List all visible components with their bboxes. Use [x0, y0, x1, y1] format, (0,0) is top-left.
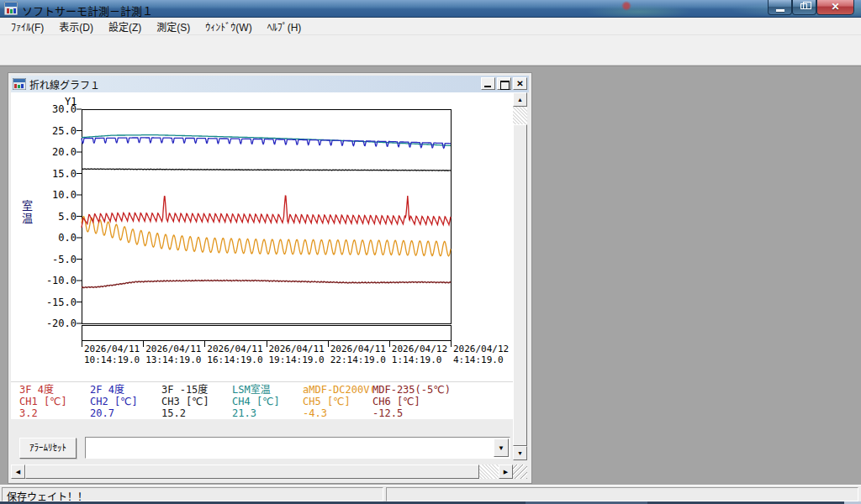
- close-button[interactable]: ✕: [816, 0, 854, 15]
- series-CH4 LSM室温: [82, 135, 451, 146]
- child-caption-buttons: ✕: [479, 77, 527, 90]
- resize-grip[interactable]: [513, 465, 527, 479]
- channel-value: -4.3: [303, 407, 372, 419]
- y-tick-30.0: 30.0: [28, 103, 77, 115]
- x-tick-mark: [267, 341, 267, 347]
- alarm-band: [82, 325, 452, 341]
- mdi-client-area: 折れ線グラフ１ ✕ Y1 室温 30.025.020.015.010.05.00…: [0, 66, 861, 485]
- child-maximize-button[interactable]: [497, 77, 511, 90]
- status-panel-2: [386, 487, 858, 501]
- channel-name: CH5 [℃]: [303, 396, 372, 407]
- line-chart: [82, 109, 452, 324]
- vertical-scrollbar[interactable]: ▲ ▼: [513, 92, 527, 460]
- y-tick--5.0: -5.0: [28, 254, 77, 265]
- menu-item-2[interactable]: 設定(Z): [101, 18, 149, 35]
- restore-icon: [800, 3, 807, 9]
- x-tick-label: 2026/04/1113:14:19.0: [145, 344, 201, 365]
- v-scroll-track[interactable]: [513, 107, 527, 124]
- series-CH6 MDF-235(-5℃): [82, 280, 451, 287]
- y-tick--15.0: -15.0: [28, 297, 77, 308]
- child-title: 折れ線グラフ１: [29, 77, 100, 92]
- chevron-down-icon[interactable]: ▼: [494, 438, 509, 457]
- alarm-combobox[interactable]: ▼: [85, 437, 510, 459]
- menubar: ﾌｧｲﾙ(F)表示(D)設定(Z)測定(S)ｳｨﾝﾄﾞｳ(W)ﾍﾙﾌﾟ(H): [0, 18, 861, 35]
- x-tick-label: 2026/04/1119:14:19.0: [269, 344, 325, 365]
- menu-item-0[interactable]: ﾌｧｲﾙ(F): [3, 18, 51, 35]
- minimize-button[interactable]: [768, 0, 792, 15]
- caption-buttons: ✕: [768, 0, 854, 15]
- x-tick-mark: [204, 341, 205, 347]
- x-tick-mark: [451, 341, 452, 347]
- y-tick-5.0: 5.0: [28, 211, 77, 223]
- menu-item-5[interactable]: ﾍﾙﾌﾟ(H): [260, 18, 309, 35]
- y-tick-20.0: 20.0: [28, 146, 77, 158]
- child-titlebar[interactable]: 折れ線グラフ１ ✕: [11, 76, 529, 92]
- control-row: ｱﾗｰﾑﾘｾｯﾄ ▼: [11, 419, 513, 465]
- x-tick-mark: [82, 341, 82, 347]
- legend-channel-6: MDF-235(-5℃)CH6 [℃]-12.5: [372, 384, 507, 419]
- scroll-left-icon[interactable]: ◀: [11, 465, 25, 479]
- channel-label: MDF-235(-5℃): [372, 384, 507, 396]
- legend-channel-5: aMDF-DC200V(+7CH5 [℃]-4.3: [303, 384, 372, 419]
- channel-legend: 3F 4度CH1 [℃]3.22F 4度CH2 [℃]20.73F -15度CH…: [11, 381, 513, 419]
- scroll-down-icon[interactable]: ▼: [513, 446, 527, 460]
- menu-item-3[interactable]: 測定(S): [149, 18, 198, 35]
- series-CH5 aMDF-DC200V: [82, 217, 451, 256]
- app-icon: [4, 2, 18, 15]
- h-scroll-thumb[interactable]: [25, 465, 479, 479]
- x-tick-mark: [389, 341, 390, 347]
- status-message: 保存ウェイト！！: [2, 487, 383, 501]
- x-tick-label: 2026/04/1116:14:19.0: [207, 344, 262, 365]
- child-window-icon: [13, 78, 26, 90]
- child-minimize-button[interactable]: [481, 77, 495, 90]
- menu-item-1[interactable]: 表示(D): [51, 18, 101, 35]
- channel-value: -12.5: [372, 407, 507, 419]
- x-tick-label: 2026/04/121:14:19.0: [392, 344, 447, 365]
- minimize-icon: [776, 9, 784, 12]
- y-tick-0.0: 0.0: [28, 232, 77, 244]
- close-icon: ✕: [817, 1, 853, 13]
- restore-button[interactable]: [792, 0, 816, 15]
- h-scroll-track[interactable]: [479, 465, 499, 479]
- child-close-icon: ✕: [516, 79, 523, 88]
- x-tick-label: 2026/04/1122:14:19.0: [330, 344, 386, 365]
- x-tick-label: 2026/04/1110:14:19.0: [84, 344, 140, 365]
- main-titlebar[interactable]: ソフトサーモ計測－計測１ ✕: [0, 0, 861, 18]
- y-tick-15.0: 15.0: [28, 168, 77, 180]
- alarm-reset-button[interactable]: ｱﾗｰﾑﾘｾｯﾄ: [19, 438, 77, 459]
- v-scroll-thumb[interactable]: [513, 124, 527, 446]
- series-CH1 3F 4度: [82, 196, 451, 228]
- x-tick-mark: [328, 341, 329, 347]
- scroll-up-icon[interactable]: ▲: [513, 92, 527, 107]
- child-close-button[interactable]: ✕: [513, 77, 527, 90]
- horizontal-scrollbar[interactable]: ◀ ▶: [11, 465, 513, 479]
- x-tick-label: 2026/04/124:14:19.0: [453, 344, 509, 365]
- scroll-right-icon[interactable]: ▶: [499, 465, 513, 479]
- graph-child-window: 折れ線グラフ１ ✕ Y1 室温 30.025.020.015.010.05.00…: [8, 73, 531, 483]
- channel-name: CH6 [℃]: [372, 396, 507, 407]
- graph-panel: Y1 室温 30.025.020.015.010.05.00.0-5.0-10.…: [11, 92, 513, 419]
- y-tick--20.0: -20.0: [28, 318, 77, 329]
- series-CH3 3F -15度: [82, 169, 451, 171]
- channel-label: aMDF-DC200V(+7: [303, 384, 372, 396]
- y-tick--10.0: -10.0: [28, 275, 77, 286]
- child-client: Y1 室温 30.025.020.015.010.05.00.0-5.0-10.…: [11, 92, 527, 480]
- statusbar: 保存ウェイト！！: [0, 485, 861, 501]
- toolbar: D1D2D3Y1Y2Y3: [0, 35, 861, 66]
- x-tick-mark: [143, 341, 144, 347]
- y-tick-10.0: 10.0: [28, 189, 77, 201]
- menu-item-4[interactable]: ｳｨﾝﾄﾞｳ(W): [198, 18, 259, 35]
- y-tick-25.0: 25.0: [28, 125, 77, 137]
- window-title: ソフトサーモ計測－計測１: [22, 3, 153, 18]
